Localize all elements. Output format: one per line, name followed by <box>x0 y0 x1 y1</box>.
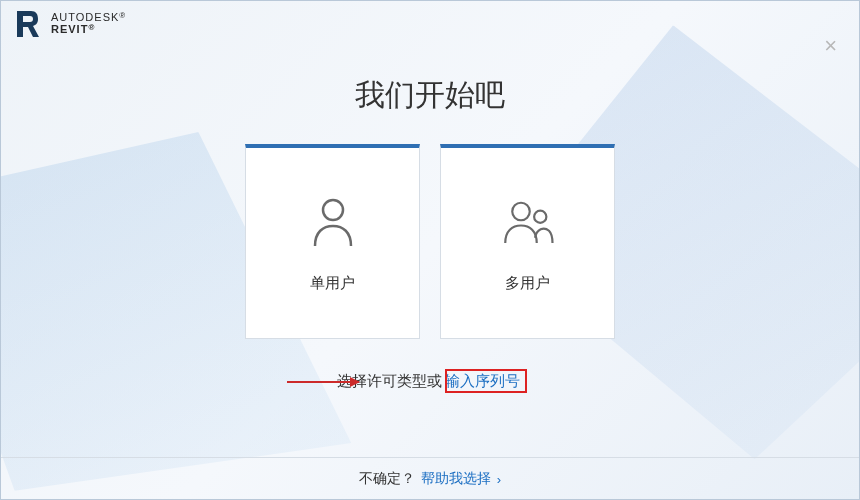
brand-text: AUTODESK® REVIT® <box>51 12 126 35</box>
page-title: 我们开始吧 <box>355 75 505 116</box>
single-user-card[interactable]: 单用户 <box>245 144 420 339</box>
footer-question: 不确定？ <box>359 470 415 488</box>
single-user-icon <box>305 194 361 250</box>
content-area: 我们开始吧 单用户 <box>1 47 859 457</box>
header: AUTODESK® REVIT® <box>1 1 859 47</box>
footer: 不确定？ 帮助我选择 › <box>1 457 859 499</box>
license-cards: 单用户 多用户 <box>245 144 615 339</box>
dialog-window: AUTODESK® REVIT® × 我们开始吧 单用户 <box>0 0 860 500</box>
revit-logo-icon <box>15 9 41 39</box>
svg-point-0 <box>323 200 343 220</box>
multi-user-icon <box>500 194 556 250</box>
prompt-text: 选择许可类型或 <box>337 372 442 391</box>
svg-point-2 <box>534 210 546 222</box>
brand-product: REVIT® <box>51 24 126 36</box>
multi-user-card[interactable]: 多用户 <box>440 144 615 339</box>
help-choose-link[interactable]: 帮助我选择 <box>421 470 491 488</box>
enter-serial-link[interactable]: 输入序列号 <box>442 371 523 392</box>
multi-user-label: 多用户 <box>505 274 550 293</box>
prompt-row: 选择许可类型或 输入序列号 <box>337 371 523 392</box>
chevron-right-icon: › <box>497 472 501 487</box>
single-user-label: 单用户 <box>310 274 355 293</box>
svg-point-1 <box>512 202 530 220</box>
